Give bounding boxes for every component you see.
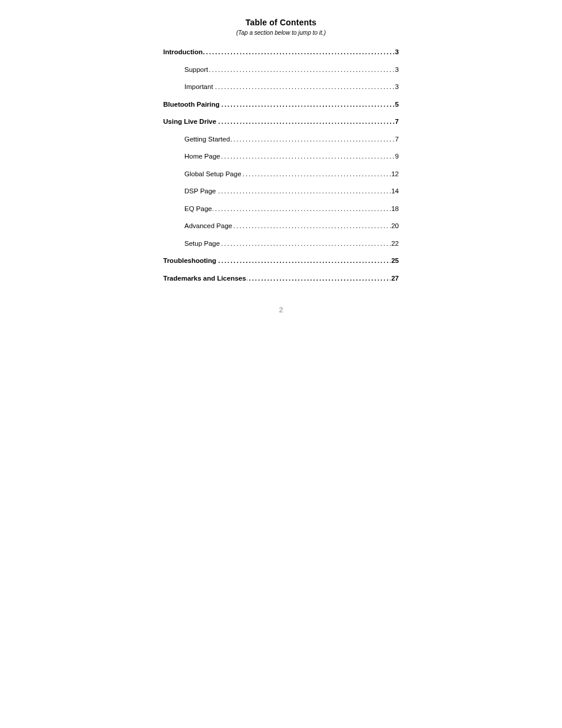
toc-entry-page: 18 [391, 206, 399, 213]
toc-entry[interactable]: 7Using Live Drive [163, 118, 399, 126]
toc-entry-page: 27 [391, 275, 399, 282]
toc-entry-label: Important [184, 84, 214, 90]
toc-entry[interactable]: 20Advanced Page [163, 223, 399, 230]
toc-entry[interactable]: 3Support [163, 67, 399, 74]
toc-list: 3Introduction 3Support 3Important 5Bluet… [163, 49, 399, 282]
toc-entry-page: 25 [391, 258, 399, 265]
toc-entry-page: 22 [391, 241, 399, 248]
toc-entry[interactable]: 5Bluetooth Pairing [163, 101, 399, 108]
toc-entry-label: Support [184, 67, 209, 73]
toc-entry-page: 3 [395, 84, 399, 91]
toc-entry[interactable]: 22Setup Page [163, 241, 399, 248]
toc-entry[interactable]: 14DSP Page [163, 188, 399, 195]
toc-entry[interactable]: 7Getting Started [163, 136, 399, 143]
page-subtitle: (Tap a section below to jump to it.) [163, 29, 399, 36]
toc-entry-page: 3 [395, 49, 399, 56]
toc-entry-page: 20 [391, 223, 399, 230]
toc-entry[interactable]: 25Troubleshooting [163, 258, 399, 265]
toc-entry[interactable]: 12Global Setup Page [163, 171, 399, 178]
toc-entry-label: Introduction [163, 49, 203, 55]
toc-entry-label: Troubleshooting [163, 258, 217, 264]
toc-entry-page: 7 [395, 118, 399, 126]
toc-entry-page: 9 [395, 153, 399, 160]
toc-entry-label: Bluetooth Pairing [163, 101, 220, 108]
toc-entry-page: 7 [395, 136, 399, 143]
toc-entry-label: Global Setup Page [184, 171, 242, 177]
toc-entry-label: Getting Started [184, 136, 230, 143]
toc-entry-label: Advanced Page [184, 223, 233, 229]
toc-entry[interactable]: 18EQ Page [163, 206, 399, 213]
toc-entry-page: 5 [395, 101, 399, 108]
toc-entry[interactable]: 27Trademarks and Licenses [163, 275, 399, 282]
toc-entry-page: 3 [395, 67, 399, 74]
toc-entry[interactable]: 3Introduction [163, 49, 399, 56]
toc-entry-label: Home Page [184, 153, 221, 160]
toc-entry-label: Setup Page [184, 241, 220, 247]
toc-entry-label: DSP Page [184, 188, 217, 195]
page-number: 2 [0, 305, 562, 314]
toc-entry-label: Trademarks and Licenses [163, 275, 247, 282]
page-title: Table of Contents [163, 18, 399, 27]
toc-container: Table of Contents (Tap a section below t… [163, 18, 399, 282]
toc-entry-page: 14 [391, 188, 399, 195]
toc-entry-label: EQ Page [184, 206, 213, 212]
toc-entry[interactable]: 9Home Page [163, 153, 399, 160]
toc-entry-label: Using Live Drive [163, 118, 217, 125]
toc-entry[interactable]: 3Important [163, 84, 399, 91]
toc-entry-page: 12 [391, 171, 399, 178]
